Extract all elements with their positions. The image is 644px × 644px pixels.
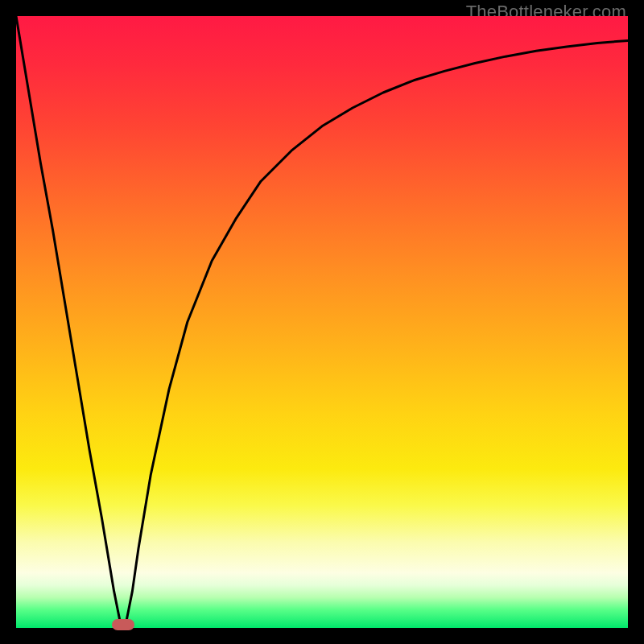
optimum-marker xyxy=(112,619,134,630)
bottleneck-curve xyxy=(16,16,628,628)
plot-area xyxy=(16,16,628,628)
chart-frame: TheBottleneker.com xyxy=(0,0,644,644)
